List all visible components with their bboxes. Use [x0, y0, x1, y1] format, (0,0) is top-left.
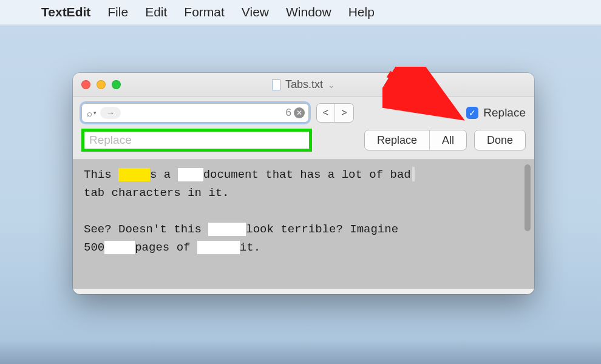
menubar: TextEdit File Edit Format View Window He… [0, 0, 601, 25]
highlight-current [118, 168, 150, 181]
find-previous-button[interactable]: < [317, 104, 335, 122]
document-icon [272, 79, 280, 90]
replace-field-container[interactable] [81, 129, 312, 152]
replace-button[interactable]: Replace [365, 130, 430, 150]
window-title: Tabs.txt ⌄ [73, 78, 534, 91]
done-button[interactable]: Done [474, 130, 526, 150]
insert-pattern-icon[interactable]: → [100, 107, 121, 119]
replace-toggle[interactable]: ✓ Replace [466, 106, 526, 120]
text-cursor [412, 167, 415, 181]
menu-format[interactable]: Format [184, 5, 225, 19]
titlebar[interactable]: Tabs.txt ⌄ [73, 73, 534, 97]
search-icon[interactable]: ⌕ [87, 108, 92, 118]
replace-all-button[interactable]: All [430, 130, 466, 150]
checkbox-checked-icon[interactable]: ✓ [466, 107, 478, 119]
replace-input[interactable] [89, 133, 304, 147]
text-line: This s a document that has a lot of bad [84, 166, 516, 184]
window-title-text: Tabs.txt [285, 78, 323, 91]
document-content[interactable]: This s a document that has a lot of bad … [73, 160, 534, 289]
menu-edit[interactable]: Edit [145, 5, 167, 19]
find-next-button[interactable]: > [335, 104, 353, 122]
menu-file[interactable]: File [107, 5, 128, 19]
close-button[interactable] [81, 80, 90, 89]
textedit-window: Tabs.txt ⌄ ⌕ ▾ → 6 ✕ < > ✓ Replace [73, 73, 534, 294]
text-line: 500pages of it. [84, 238, 516, 257]
menu-window[interactable]: Window [286, 5, 331, 19]
app-name[interactable]: TextEdit [41, 5, 90, 19]
zoom-button[interactable] [112, 80, 121, 89]
desktop-wallpaper [0, 340, 601, 364]
title-dropdown-icon[interactable]: ⌄ [328, 80, 335, 90]
search-field-container[interactable]: ⌕ ▾ → 6 ✕ [81, 103, 309, 123]
find-replace-bar: ⌕ ▾ → 6 ✕ < > ✓ Replace Replac [73, 97, 534, 160]
clear-search-icon[interactable]: ✕ [294, 107, 305, 118]
result-count: 6 [286, 107, 291, 119]
search-input[interactable] [124, 107, 286, 118]
highlight-match [104, 241, 135, 254]
replace-segment: Replace All [364, 130, 467, 150]
text-line: tab characters in it. [84, 184, 516, 202]
scrollbar[interactable] [525, 164, 531, 231]
text-line: See? Doesn't this look terrible? Imagine [84, 220, 516, 238]
replace-toggle-label: Replace [483, 106, 526, 120]
minimize-button[interactable] [97, 80, 106, 89]
prev-next-segment: < > [316, 103, 354, 123]
highlight-match [197, 241, 240, 254]
highlight-match [178, 168, 203, 181]
menu-help[interactable]: Help [348, 5, 375, 19]
search-options-icon[interactable]: ▾ [93, 110, 97, 116]
menu-view[interactable]: View [242, 5, 269, 19]
highlight-match [208, 223, 246, 236]
text-line [84, 202, 516, 220]
window-controls [81, 80, 121, 89]
